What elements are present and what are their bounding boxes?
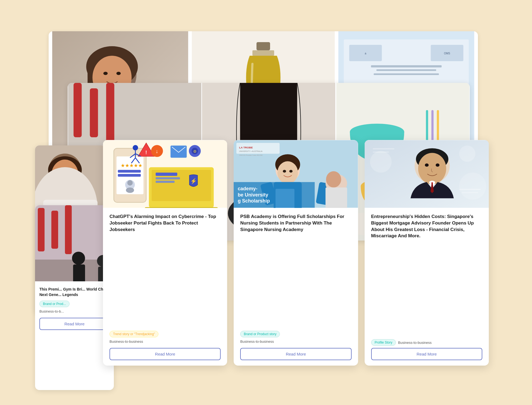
entrepreneur-tag-b2b: Business-to-business <box>398 339 432 346</box>
svg-rect-133 <box>373 148 394 149</box>
psb-card-image: LA TROBE UNIVERSITY • AUSTRALIA CRICOS P… <box>234 140 358 208</box>
chatgpt-read-more-button[interactable]: Read More <box>109 348 221 360</box>
main-cards-grid: ★★★★★ ⚡ <box>103 140 489 366</box>
svg-rect-33 <box>90 88 98 137</box>
svg-text:!: ! <box>145 150 147 155</box>
chatgpt-card-image: ★★★★★ ⚡ <box>103 140 227 208</box>
layer2-partial-card: This Premi... Gym Is Bri... World Cha...… <box>35 205 114 390</box>
layer2-category: Business-to-b... <box>39 309 109 313</box>
svg-point-69 <box>72 252 85 265</box>
chatgpt-card-body: ChatGPT's Alarming Impact on Cybercrime … <box>103 208 227 366</box>
psb-category: Business-to-business <box>240 339 351 344</box>
chatgpt-card-title: ChatGPT's Alarming Impact on Cybercrime … <box>109 213 221 326</box>
layer2-card-title: This Premi... Gym Is Bri... World Cha...… <box>39 287 109 297</box>
psb-card-title: PSB Academy is Offering Full Scholarship… <box>240 213 351 326</box>
chatgpt-tag: Trend story or "Trendjacking" <box>109 331 158 337</box>
svg-rect-84 <box>156 173 177 176</box>
svg-point-8 <box>116 72 121 75</box>
psb-tag-row: Brand or Product story <box>240 331 351 337</box>
svg-rect-23 <box>374 73 439 75</box>
svg-text:CRICOS Provider Code 00115M: CRICOS Provider Code 00115M <box>239 154 262 156</box>
svg-rect-85 <box>156 177 180 179</box>
svg-rect-86 <box>156 181 175 183</box>
layer2-tag-brand: Brand or Prod... <box>39 301 70 307</box>
entrepreneur-read-more-button[interactable]: Read More <box>371 348 482 360</box>
svg-rect-118 <box>326 188 347 208</box>
entrepreneur-card-title: Entrepreneurship's Hidden Costs: Singapo… <box>371 213 482 335</box>
svg-rect-10 <box>256 42 270 50</box>
svg-rect-66 <box>51 211 58 249</box>
svg-rect-32 <box>74 83 82 137</box>
svg-rect-78 <box>118 174 141 177</box>
svg-point-130 <box>370 151 392 173</box>
svg-rect-136 <box>462 192 478 193</box>
layer2-read-more-button[interactable]: Read More <box>39 318 109 330</box>
svg-rect-77 <box>118 170 141 173</box>
svg-rect-22 <box>377 69 436 71</box>
svg-rect-21 <box>371 65 442 67</box>
svg-point-96 <box>133 145 138 151</box>
svg-text:★★★★★: ★★★★★ <box>121 163 142 168</box>
card-chatgpt: ★★★★★ ⚡ <box>103 140 227 366</box>
svg-text:↓: ↓ <box>156 148 158 154</box>
svg-rect-134 <box>373 151 389 152</box>
svg-rect-34 <box>106 83 114 143</box>
svg-text:cademy-: cademy- <box>238 186 258 191</box>
layer2-card-tags: Brand or Prod... <box>39 301 109 307</box>
card-entrepreneurship: Entrepreneurship's Hidden Costs: Singapo… <box>365 140 489 366</box>
svg-point-129 <box>436 163 439 167</box>
svg-text:LA TROBE: LA TROBE <box>239 146 253 149</box>
nursing-illustration: LA TROBE UNIVERSITY • AUSTRALIA CRICOS P… <box>234 140 358 208</box>
page-container: ソルマッグ 薬用 a OMS <box>35 23 497 382</box>
svg-rect-70 <box>73 264 85 281</box>
chatgpt-tag-row: Trend story or "Trendjacking" <box>109 331 221 337</box>
svg-point-80 <box>127 180 133 186</box>
psb-tag: Brand or Product story <box>240 331 280 337</box>
svg-rect-92 <box>171 146 187 158</box>
entrepreneur-card-body: Entrepreneurship's Hidden Costs: Singapo… <box>365 208 489 366</box>
chatgpt-category: Business-to-business <box>109 339 221 344</box>
entrepreneur-illustration <box>365 140 489 208</box>
svg-point-111 <box>289 170 293 173</box>
cyber-illustration: ★★★★★ ⚡ <box>103 140 227 208</box>
layer2-card-image <box>35 205 114 281</box>
svg-rect-135 <box>459 189 481 190</box>
svg-point-127 <box>418 153 446 184</box>
svg-text:UNIVERSITY • AUSTRALIA: UNIVERSITY • AUSTRALIA <box>239 150 262 152</box>
svg-point-131 <box>459 173 486 200</box>
svg-point-81 <box>126 188 134 193</box>
svg-rect-11 <box>252 50 274 56</box>
svg-rect-65 <box>38 208 45 251</box>
svg-text:be University: be University <box>238 192 268 198</box>
svg-text:⚡: ⚡ <box>190 178 197 184</box>
entrepreneur-tag-profile: Profile Story <box>371 339 396 346</box>
entrepreneur-card-image <box>365 140 489 208</box>
svg-text:⚙: ⚙ <box>193 149 197 154</box>
svg-point-117 <box>326 171 341 188</box>
svg-point-132 <box>459 146 475 162</box>
psb-card-body: PSB Academy is Offering Full Scholarship… <box>234 208 358 366</box>
svg-text:OMS: OMS <box>444 52 450 55</box>
svg-rect-67 <box>65 205 72 254</box>
svg-point-7 <box>103 72 108 75</box>
svg-point-128 <box>425 163 428 167</box>
svg-text:a: a <box>365 52 367 55</box>
entrepreneur-tag-row: Profile Story Business-to-business <box>371 339 482 346</box>
svg-point-110 <box>283 170 286 173</box>
svg-text:g Scholarship: g Scholarship <box>238 198 270 204</box>
psb-read-more-button[interactable]: Read More <box>240 348 351 360</box>
svg-point-109 <box>277 161 298 184</box>
card-psb: LA TROBE UNIVERSITY • AUSTRALIA CRICOS P… <box>234 140 358 366</box>
